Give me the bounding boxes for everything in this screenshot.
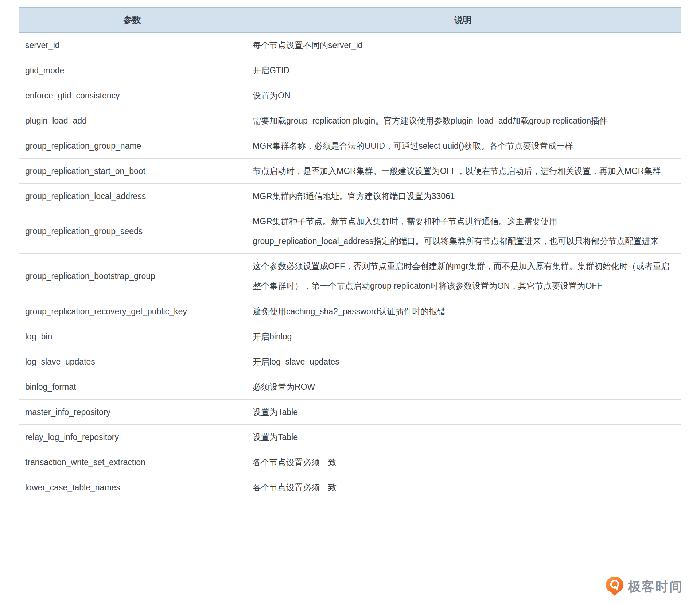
geektime-pin-icon: [605, 576, 624, 596]
desc-cell: MGR集群种子节点。新节点加入集群时，需要和种子节点进行通信。这里需要使用gro…: [245, 209, 681, 254]
desc-cell: 各个节点设置必须一致: [245, 475, 681, 500]
geektime-logo: 极客时间: [605, 576, 683, 596]
desc-cell: 设置为ON: [245, 83, 681, 108]
table-row: enforce_gtid_consistency设置为ON: [19, 83, 681, 108]
desc-cell: 开启binlog: [245, 324, 681, 349]
table-row: group_replication_group_seedsMGR集群种子节点。新…: [19, 209, 681, 254]
param-cell: transaction_write_set_extraction: [19, 450, 245, 475]
param-cell: group_replication_start_on_boot: [19, 159, 245, 184]
param-cell: master_info_repository: [19, 399, 245, 424]
param-cell: relay_log_info_repository: [19, 424, 245, 450]
desc-cell: 开启log_slave_updates: [245, 349, 681, 374]
desc-cell: 避免使用caching_sha2_password认证插件时的报错: [245, 299, 681, 324]
table-row: group_replication_recovery_get_public_ke…: [19, 299, 681, 324]
param-cell: plugin_load_add: [19, 108, 245, 133]
table-row: group_replication_bootstrap_group这个参数必须设…: [19, 254, 681, 299]
param-cell: group_replication_group_seeds: [19, 209, 245, 254]
table-row: transaction_write_set_extraction各个节点设置必须…: [19, 450, 681, 475]
table-row: group_replication_group_nameMGR集群名称，必须是合…: [19, 133, 681, 159]
param-cell: server_id: [19, 33, 245, 58]
desc-cell: 必须设置为ROW: [245, 374, 681, 399]
param-cell: enforce_gtid_consistency: [19, 83, 245, 108]
param-cell: group_replication_group_name: [19, 133, 245, 159]
param-cell: group_replication_local_address: [19, 184, 245, 209]
desc-cell: MGR集群内部通信地址。官方建议将端口设置为33061: [245, 184, 681, 209]
table-row: log_bin开启binlog: [19, 324, 681, 349]
table-body: server_id每个节点设置不同的server_idgtid_mode开启GT…: [19, 33, 681, 500]
param-cell: binlog_format: [19, 374, 245, 399]
parameters-table: 参数 说明 server_id每个节点设置不同的server_idgtid_mo…: [19, 7, 681, 500]
param-cell: log_slave_updates: [19, 349, 245, 374]
table-row: group_replication_start_on_boot节点启动时，是否加…: [19, 159, 681, 184]
parameters-table-container: 参数 说明 server_id每个节点设置不同的server_idgtid_mo…: [19, 7, 681, 500]
param-cell: lower_case_table_names: [19, 475, 245, 500]
param-cell: log_bin: [19, 324, 245, 349]
geektime-logo-text: 极客时间: [628, 580, 683, 593]
table-row: server_id每个节点设置不同的server_id: [19, 33, 681, 58]
table-row: binlog_format必须设置为ROW: [19, 374, 681, 399]
desc-cell: 需要加载group_replication plugin。官方建议使用参数plu…: [245, 108, 681, 133]
table-row: master_info_repository设置为Table: [19, 399, 681, 424]
column-header-desc: 说明: [245, 8, 681, 33]
table-row: gtid_mode开启GTID: [19, 58, 681, 83]
table-row: relay_log_info_repository设置为Table: [19, 424, 681, 450]
column-header-param: 参数: [19, 8, 245, 33]
param-cell: group_replication_bootstrap_group: [19, 254, 245, 299]
param-cell: gtid_mode: [19, 58, 245, 83]
desc-cell: 开启GTID: [245, 58, 681, 83]
table-row: group_replication_local_addressMGR集群内部通信…: [19, 184, 681, 209]
desc-cell: MGR集群名称，必须是合法的UUID，可通过select uuid()获取。各个…: [245, 133, 681, 159]
header-row: 参数 说明: [19, 8, 681, 33]
desc-cell: 设置为Table: [245, 399, 681, 424]
desc-cell: 每个节点设置不同的server_id: [245, 33, 681, 58]
desc-cell: 这个参数必须设置成OFF，否则节点重启时会创建新的mgr集群，而不是加入原有集群…: [245, 254, 681, 299]
table-header: 参数 说明: [19, 8, 681, 33]
desc-cell: 节点启动时，是否加入MGR集群。一般建议设置为OFF，以便在节点启动后，进行相关…: [245, 159, 681, 184]
param-cell: group_replication_recovery_get_public_ke…: [19, 299, 245, 324]
table-row: plugin_load_add需要加载group_replication plu…: [19, 108, 681, 133]
table-row: log_slave_updates开启log_slave_updates: [19, 349, 681, 374]
desc-cell: 设置为Table: [245, 424, 681, 450]
desc-cell: 各个节点设置必须一致: [245, 450, 681, 475]
table-row: lower_case_table_names各个节点设置必须一致: [19, 475, 681, 500]
